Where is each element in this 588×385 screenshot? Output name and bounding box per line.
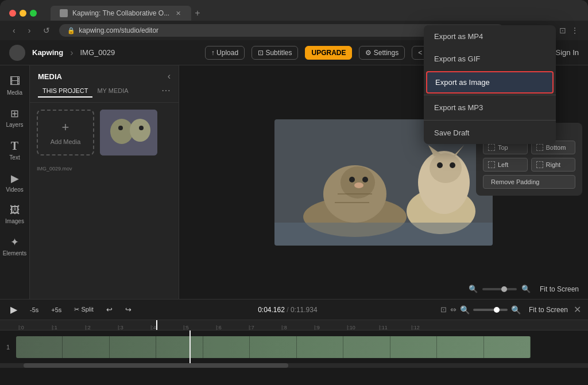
film-frame-4: [156, 336, 203, 358]
sidebar-item-text[interactable]: T Text: [1, 135, 29, 165]
export-image-item[interactable]: Export as Image: [426, 71, 554, 94]
film-frame-2: [63, 336, 109, 358]
add-media-btn[interactable]: + Add Media: [37, 110, 94, 155]
zoom-plus-btn[interactable]: 🔍: [511, 305, 521, 314]
url-text: kapwing.com/studio/editor: [79, 26, 158, 34]
sign-in-link[interactable]: Sign In: [556, 48, 579, 57]
film-strip[interactable]: [16, 336, 531, 358]
images-label: Images: [5, 218, 24, 224]
media-thumbnail[interactable]: IMG_0029.mov: [100, 110, 157, 155]
padding-left-icon: [488, 161, 495, 168]
sidebar-item-layers[interactable]: ⊞ Layers: [1, 103, 29, 133]
back5s-btn[interactable]: -5s: [26, 305, 42, 314]
videos-icon: ▶: [11, 172, 19, 185]
tl-zoom-icon: ⊡: [440, 305, 447, 314]
save-draft-item[interactable]: Save Draft: [424, 122, 556, 144]
ruler-mark-9: |:9: [314, 325, 320, 330]
tl-zoom-drag-icon[interactable]: ⇔: [450, 305, 457, 314]
zoom-out-icon[interactable]: 🔍: [469, 285, 478, 293]
split-btn[interactable]: ✂ Split: [71, 305, 96, 314]
sidebar-item-elements[interactable]: ✦ Elements: [1, 231, 29, 261]
tab-more-btn[interactable]: ⋯: [161, 85, 171, 98]
forward5s-btn[interactable]: +5s: [48, 305, 65, 314]
tab-close-icon[interactable]: ✕: [174, 9, 182, 17]
reload-btn[interactable]: ↺: [40, 25, 53, 36]
text-icon: T: [11, 139, 18, 153]
track-content[interactable]: [16, 336, 588, 358]
timeline-playhead[interactable]: [189, 330, 191, 363]
film-frame-8: [343, 336, 390, 358]
svg-rect-22: [274, 223, 493, 246]
timeline-track: 1: [0, 330, 588, 363]
svg-point-18: [437, 162, 443, 168]
padding-top-label: Top: [498, 144, 508, 151]
ruler-mark-6: |:6: [216, 325, 222, 330]
media-tabs: THIS PROJECT MY MEDIA ⋯: [30, 85, 179, 103]
undo-btn[interactable]: ↩: [103, 304, 116, 315]
ruler-marks-container: |:0 |:1 |:2 |:3 |:4 |:5 |:6 |:7 |:8 |:9 …: [0, 320, 588, 330]
export-mp4-item[interactable]: Export as MP4: [424, 25, 556, 48]
settings-btn[interactable]: ⚙ Settings: [359, 46, 405, 60]
sidebar-icons: 🎞 Media ⊞ Layers T Text ▶ Videos 🖼 I: [0, 65, 30, 299]
sidebar-item-videos[interactable]: ▶ Videos: [1, 168, 29, 197]
film-frame-9: [390, 336, 437, 358]
ruler-mark-3: |:3: [118, 325, 123, 330]
fit-to-screen-tl-btn[interactable]: Fit to Screen: [529, 306, 568, 314]
film-frame-11: [484, 336, 531, 358]
padding-top-icon: [488, 144, 495, 151]
scrollbar-thumb[interactable]: [24, 363, 288, 368]
media-panel-header: MEDIA ‹: [30, 65, 179, 85]
forward-btn[interactable]: ›: [25, 25, 34, 36]
timeline-scrollbar[interactable]: [0, 363, 588, 368]
panel-collapse-btn[interactable]: ‹: [168, 71, 171, 81]
tab-my-media[interactable]: MY MEDIA: [92, 85, 133, 98]
playhead-ruler: [156, 320, 157, 330]
browser-tab[interactable]: Kapwing: The Collaborative O... ✕: [51, 6, 191, 21]
upload-btn[interactable]: ↑ Upload: [205, 46, 245, 60]
zoom-controls: ⊡ ⇔ 🔍 🔍 Fit to Screen: [440, 305, 568, 314]
images-icon: 🖼: [10, 204, 20, 216]
padding-right-btn[interactable]: Right: [531, 158, 576, 172]
timeline: ▶ -5s +5s ✂ Split ↩ ↪ 0:04.162 / 0:11.93…: [0, 299, 588, 368]
maximize-window-btn[interactable]: [30, 10, 37, 17]
svg-point-17: [430, 153, 462, 183]
zoom-thumb[interactable]: [501, 286, 507, 292]
upgrade-btn[interactable]: UPGRADE: [305, 46, 352, 60]
back-btn[interactable]: ‹: [9, 25, 19, 36]
export-dropdown-menu: Export as MP4 Export as GIF Export as Im…: [424, 25, 556, 144]
film-frame-5: [203, 336, 250, 358]
ruler-mark-12: |:12: [411, 325, 420, 330]
play-btn[interactable]: ▶: [7, 303, 21, 316]
plus-icon: +: [62, 120, 69, 135]
close-timeline-btn[interactable]: ✕: [574, 304, 581, 315]
remove-padding-btn[interactable]: Remove Padding: [483, 175, 575, 189]
media-label: Media: [7, 90, 22, 96]
zoom-slider-thumb[interactable]: [494, 307, 500, 313]
new-tab-btn[interactable]: +: [195, 8, 200, 18]
svg-point-11: [362, 177, 368, 182]
sidebar-item-media[interactable]: 🎞 Media: [1, 71, 29, 100]
export-gif-item[interactable]: Export as GIF: [424, 48, 556, 70]
filename-label: IMG_0029.mov: [37, 166, 72, 172]
zoom-slider[interactable]: [482, 288, 517, 290]
menu-icon[interactable]: ⋮: [571, 26, 579, 35]
close-window-btn[interactable]: [9, 10, 16, 17]
sidebar-item-images[interactable]: 🖼 Images: [1, 200, 29, 229]
minimize-window-btn[interactable]: [20, 10, 26, 17]
videos-label: Videos: [6, 186, 23, 193]
time-total: 0:11.934: [291, 306, 318, 314]
ruler-mark-11: |:11: [379, 325, 388, 330]
zoom-in-icon[interactable]: 🔍: [521, 285, 531, 293]
zoom-minus-btn[interactable]: 🔍: [460, 305, 470, 314]
redo-btn[interactable]: ↪: [122, 304, 135, 315]
padding-left-btn[interactable]: Left: [483, 158, 528, 172]
tab-this-project[interactable]: THIS PROJECT: [38, 85, 92, 98]
tab-title: Kapwing: The Collaborative O...: [72, 9, 169, 17]
zoom-slider[interactable]: [473, 309, 508, 311]
film-frame-1: [16, 336, 63, 358]
subtitles-btn[interactable]: ⊡ Subtitles: [252, 46, 298, 60]
fit-to-screen-btn[interactable]: Fit to Screen: [540, 285, 579, 293]
export-mp3-item[interactable]: Export as MP3: [424, 96, 556, 119]
track-label: 1: [0, 344, 16, 351]
cast-icon[interactable]: ⊡: [559, 26, 566, 35]
